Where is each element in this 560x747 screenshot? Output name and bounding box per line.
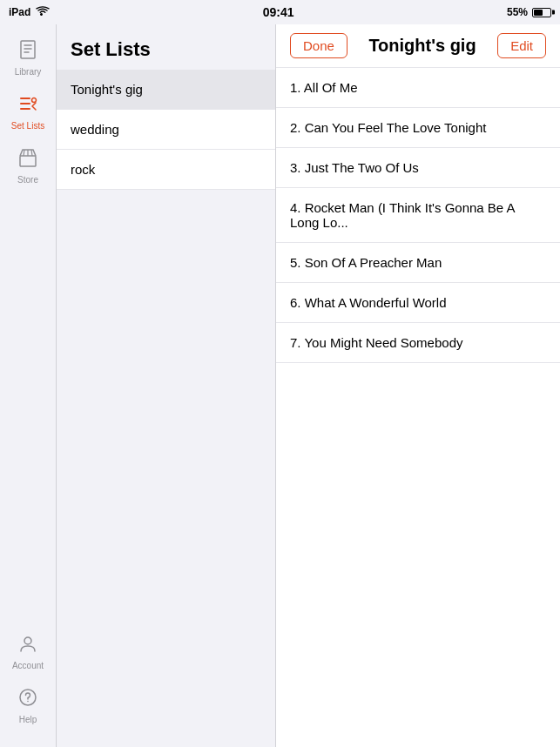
setlists-title: Set Lists: [57, 24, 275, 70]
content-header: Done Tonight's gig Edit: [276, 24, 560, 68]
status-left: iPad: [9, 6, 50, 19]
svg-point-0: [32, 98, 37, 103]
setlists-label: Set Lists: [11, 121, 44, 131]
store-label: Store: [17, 175, 38, 185]
edit-button[interactable]: Edit: [497, 33, 546, 58]
store-icon: [17, 148, 38, 172]
status-right: 55%: [507, 6, 551, 18]
library-label: Library: [15, 67, 42, 77]
main-layout: Library Set Lists Store: [0, 24, 560, 747]
svg-rect-1: [20, 156, 36, 166]
battery-icon: [532, 8, 551, 17]
song-item[interactable]: 1. All Of Me: [276, 68, 560, 108]
svg-point-2: [24, 637, 31, 644]
help-icon: [17, 688, 38, 712]
tab-bar: Library Set Lists Store: [0, 24, 57, 747]
tab-account[interactable]: Account: [0, 625, 56, 679]
setlists-list: Tonight's gig wedding rock: [57, 70, 275, 747]
battery-percent: 55%: [507, 6, 528, 18]
tab-library[interactable]: Library: [0, 31, 56, 85]
setlists-icon: [17, 94, 38, 118]
song-item[interactable]: 2. Can You Feel The Love Tonight: [276, 108, 560, 148]
song-item[interactable]: 6. What A Wonderful World: [276, 283, 560, 323]
song-item[interactable]: 4. Rocket Man (I Think It's Gonna Be A L…: [276, 188, 560, 243]
song-item[interactable]: 5. Son Of A Preacher Man: [276, 243, 560, 283]
tab-store[interactable]: Store: [0, 139, 56, 193]
songs-list: 1. All Of Me2. Can You Feel The Love Ton…: [276, 68, 560, 747]
device-label: iPad: [9, 6, 30, 18]
tab-help[interactable]: Help: [0, 679, 56, 733]
done-button[interactable]: Done: [290, 33, 347, 58]
account-icon: [17, 634, 38, 658]
content-title: Tonight's gig: [358, 36, 487, 56]
content-panel: Done Tonight's gig Edit 1. All Of Me2. C…: [276, 24, 560, 747]
wifi-icon: [36, 6, 50, 19]
setlist-item-tonights-gig[interactable]: Tonight's gig: [57, 70, 275, 110]
status-bar: iPad 09:41 55%: [0, 0, 560, 24]
library-icon: [17, 40, 38, 64]
setlist-item-wedding[interactable]: wedding: [57, 110, 275, 150]
setlists-panel: Set Lists Tonight's gig wedding rock: [57, 24, 276, 747]
song-item[interactable]: 3. Just The Two Of Us: [276, 148, 560, 188]
status-time: 09:41: [263, 5, 294, 19]
tab-setlists[interactable]: Set Lists: [0, 85, 56, 139]
account-label: Account: [12, 661, 44, 670]
setlist-item-rock[interactable]: rock: [57, 150, 275, 190]
song-item[interactable]: 7. You Might Need Somebody: [276, 323, 560, 363]
svg-point-4: [27, 701, 29, 703]
help-label: Help: [19, 715, 37, 724]
